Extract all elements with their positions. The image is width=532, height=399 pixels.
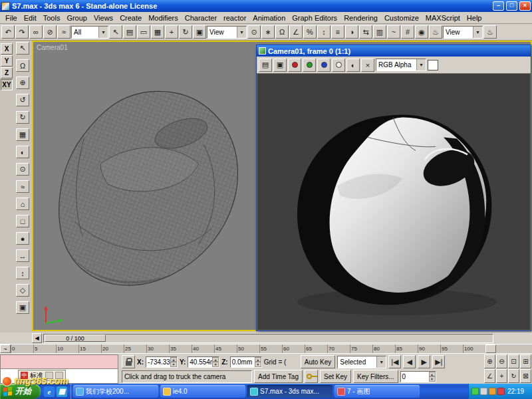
curve-editor-icon[interactable]: ~ <box>387 25 400 39</box>
chevron-down-icon[interactable]: ▼ <box>376 356 386 368</box>
go-to-end-button[interactable]: ▶| <box>432 355 445 368</box>
material-editor-icon[interactable]: ◉ <box>415 25 428 39</box>
menu-file[interactable]: File <box>2 13 21 23</box>
frame-spinner[interactable]: ▲▼ <box>429 372 436 382</box>
frame-spinner-up[interactable]: ▲ <box>429 372 436 377</box>
side-square-icon[interactable]: ▣ <box>16 301 29 314</box>
side-select-icon[interactable]: ↖ <box>16 42 29 55</box>
zoom-all-icon[interactable]: ⊖ <box>496 354 507 368</box>
side-home-icon[interactable]: ⌂ <box>16 198 29 210</box>
go-to-start-button[interactable]: |◀ <box>388 355 401 368</box>
side-snap-magnet-icon[interactable]: Ω <box>16 59 29 72</box>
coord-spinner-z-down[interactable]: ▼ <box>255 362 261 367</box>
alpha-channel-icon[interactable]: ◐ <box>346 59 360 72</box>
side-zoom-region-icon[interactable]: ⊕ <box>16 76 29 89</box>
play-button[interactable]: ▶ <box>418 355 430 368</box>
menu-tools[interactable]: Tools <box>40 13 64 23</box>
clear-image-icon[interactable]: × <box>361 59 374 72</box>
mini-listener-macro-pane[interactable] <box>0 354 118 369</box>
menu-edit[interactable]: Edit <box>21 13 40 23</box>
menu-help[interactable]: Help <box>464 13 485 23</box>
chevron-down-icon[interactable]: ▼ <box>416 59 426 70</box>
side-v-arrow-icon[interactable]: ↕ <box>16 267 29 279</box>
align-icon[interactable]: ⇆ <box>359 25 372 39</box>
select-and-scale-icon[interactable]: ▣ <box>193 25 206 39</box>
render-window-title-bar[interactable]: Camera01, frame 0 (1:1) <box>257 45 531 57</box>
coord-spinner-x-up[interactable]: ▲ <box>170 357 177 362</box>
quick-render-icon[interactable]: ♨ <box>483 25 497 39</box>
schematic-view-icon[interactable]: # <box>401 25 414 39</box>
axis-constraint-xy-button[interactable]: XY <box>1 79 13 90</box>
menu-modifiers[interactable]: Modifiers <box>145 13 182 23</box>
previous-frame-button[interactable]: ◀ <box>403 355 416 368</box>
select-object-icon[interactable]: ↖ <box>109 25 122 39</box>
coord-spinner-x-down[interactable]: ▼ <box>170 362 177 367</box>
minimize-button[interactable]: – <box>493 1 504 11</box>
layer-manager-icon[interactable]: ▥ <box>373 25 386 39</box>
menu-rendering[interactable]: Rendering <box>340 13 381 23</box>
unlink-selection-icon[interactable]: ⊘ <box>43 25 57 39</box>
arc-rotate-icon[interactable]: ↻ <box>508 369 519 383</box>
menu-create[interactable]: Create <box>116 13 145 23</box>
menu-character[interactable]: Character <box>182 13 220 23</box>
side-grid-icon[interactable]: ▦ <box>16 128 29 141</box>
menu-maxscript[interactable]: MAXScript <box>422 13 464 23</box>
taskbar-task-ie4-0[interactable]: ie4.0 <box>160 385 245 398</box>
use-pivot-point-icon[interactable]: ⊙ <box>247 25 261 39</box>
zoom-extents-icon[interactable]: ⊡ <box>508 354 519 368</box>
coord-field-x[interactable]: -734.33▲▼ <box>146 356 178 368</box>
coord-spinner-y-up[interactable]: ▲ <box>212 357 219 362</box>
start-button[interactable]: 开始 <box>0 384 41 399</box>
mirror-icon[interactable]: ◑ <box>345 25 358 39</box>
select-and-rotate-icon[interactable]: ↻ <box>179 25 192 39</box>
red-channel-button[interactable] <box>288 59 301 72</box>
side-diamond-icon[interactable]: ◇ <box>16 284 29 297</box>
axis-constraint-z-button[interactable]: Z <box>1 67 13 78</box>
maximize-button[interactable]: □ <box>506 1 517 11</box>
taskbar-task-7-画图[interactable]: 7 - 画图 <box>334 385 420 398</box>
green-channel-button[interactable] <box>303 59 316 72</box>
close-button[interactable]: × <box>519 1 531 11</box>
spinner-snap-icon[interactable]: ↕ <box>317 25 331 39</box>
side-redo-view-icon[interactable]: ↻ <box>16 111 29 124</box>
time-slider-left-arrow-button[interactable]: ◀ <box>32 333 42 343</box>
time-slider-track[interactable]: 0 / 100 <box>43 334 493 343</box>
frame-spinner-down[interactable]: ▼ <box>429 376 436 382</box>
render-type-dropdown[interactable]: View▼ <box>443 26 483 39</box>
quick-launch-desktop-icon[interactable]: ▦ <box>57 386 67 397</box>
select-and-manipulate-icon[interactable]: ∗ <box>261 25 275 39</box>
chevron-down-icon[interactable]: ▼ <box>98 27 108 38</box>
percent-snap-icon[interactable]: % <box>303 25 317 39</box>
track-bar-ruler[interactable]: 0510152025303540455055606570758085909510… <box>11 344 485 353</box>
select-by-name-icon[interactable]: ▤ <box>123 25 136 39</box>
window-crossing-toggle-icon[interactable]: ▦ <box>151 25 164 39</box>
key-selection-dropdown[interactable]: Selected▼ <box>337 356 386 368</box>
zoom-extents-all-icon[interactable]: ⊞ <box>520 354 531 368</box>
chevron-down-icon[interactable]: ▼ <box>473 27 482 38</box>
ime-settings-icon[interactable] <box>55 372 63 379</box>
mini-curve-editor-button[interactable]: ~ <box>0 344 11 353</box>
menu-graph-editors[interactable]: Graph Editors <box>289 13 340 23</box>
track-bar-end-button[interactable] <box>485 344 496 353</box>
save-image-icon[interactable]: ▤ <box>259 59 272 72</box>
menu-reactor[interactable]: reactor <box>220 13 249 23</box>
side-center-icon[interactable]: ⊙ <box>16 163 29 176</box>
coord-spinner-z[interactable]: ▲▼ <box>255 357 261 367</box>
side-box-icon[interactable]: □ <box>16 215 29 227</box>
add-time-tag-button[interactable]: Add Time Tag <box>254 370 303 383</box>
zoom-icon[interactable]: ⊕ <box>484 354 495 368</box>
reference-coordinate-dropdown[interactable]: View▼ <box>207 26 247 39</box>
side-undo-view-icon[interactable]: ↺ <box>16 94 29 106</box>
undo-icon[interactable]: ↶ <box>1 25 15 39</box>
coord-spinner-y-down[interactable]: ▼ <box>212 362 219 367</box>
blue-channel-button[interactable] <box>317 59 331 72</box>
coord-spinner-y[interactable]: ▲▼ <box>212 357 219 367</box>
coord-spinner-z-up[interactable]: ▲ <box>255 357 261 362</box>
render-scene-icon[interactable]: ♨ <box>429 25 442 39</box>
min-max-toggle-icon[interactable]: ⊠ <box>520 369 531 383</box>
select-and-link-icon[interactable]: ∞ <box>29 25 43 39</box>
quick-launch-ie-icon[interactable]: e <box>44 386 55 397</box>
side-wave-icon[interactable]: ≈ <box>16 180 29 193</box>
taskbar-task-s7-max-3ds-max[interactable]: S7.max - 3ds max... <box>247 385 332 398</box>
menu-customize[interactable]: Customize <box>381 13 422 23</box>
